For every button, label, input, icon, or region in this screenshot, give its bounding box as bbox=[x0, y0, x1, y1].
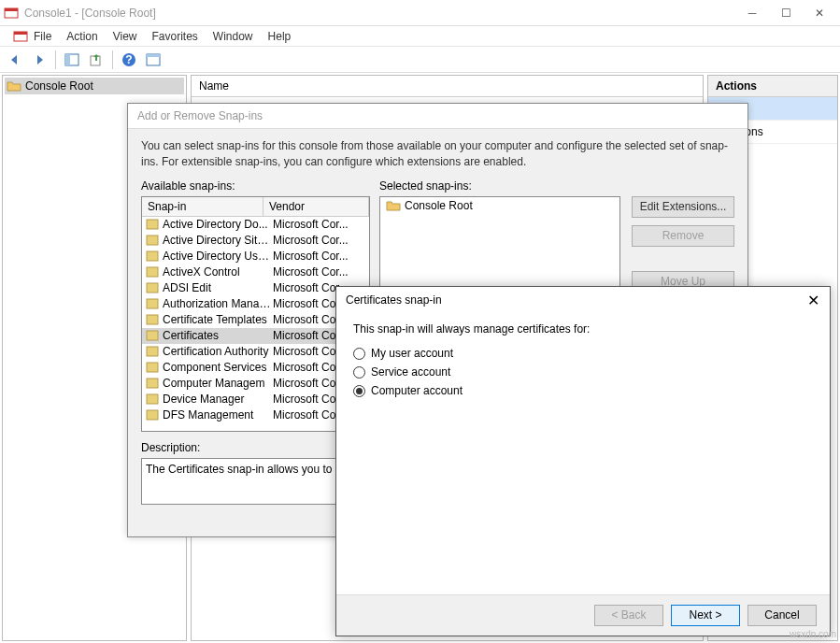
snapin-icon bbox=[146, 265, 161, 279]
svg-rect-22 bbox=[147, 394, 158, 404]
svg-rect-18 bbox=[147, 331, 158, 340]
close-button[interactable]: ✕ bbox=[803, 1, 836, 25]
available-label: Available snap-ins: bbox=[141, 179, 370, 193]
cancel-button[interactable]: Cancel bbox=[747, 605, 817, 626]
actions-title: Actions bbox=[708, 76, 837, 97]
watermark: wsxdn.com bbox=[790, 629, 836, 639]
snapin-icon bbox=[146, 234, 161, 247]
svg-rect-5 bbox=[65, 54, 70, 65]
snapin-name: ActiveX Control bbox=[163, 265, 273, 279]
app-icon bbox=[4, 6, 19, 21]
dialog2-prompt: This snap-in will always manage certific… bbox=[353, 322, 813, 336]
snapin-icon bbox=[146, 345, 161, 358]
selected-root-item[interactable]: Console Root bbox=[380, 197, 619, 214]
snapin-name: Authorization Manager bbox=[163, 297, 273, 310]
dialog1-description: You can select snap-ins for this console… bbox=[141, 138, 734, 170]
folder-icon bbox=[386, 199, 401, 212]
svg-text:?: ? bbox=[125, 53, 132, 66]
svg-rect-20 bbox=[147, 363, 158, 372]
remove-button: Remove bbox=[632, 225, 734, 247]
dialog1-title: Add or Remove Snap-ins bbox=[128, 104, 747, 129]
minimize-button[interactable]: ─ bbox=[735, 1, 769, 25]
svg-rect-11 bbox=[147, 220, 158, 229]
svg-rect-19 bbox=[147, 347, 158, 356]
new-window-button[interactable] bbox=[142, 49, 164, 71]
tree-root-label: Console Root bbox=[25, 79, 93, 93]
snapin-name: Active Directory Do... bbox=[163, 218, 273, 231]
snapin-name: Certificate Templates bbox=[163, 313, 273, 326]
menu-favorites[interactable]: Favorites bbox=[145, 30, 206, 43]
snapin-vendor: Microsoft Cor... bbox=[273, 234, 365, 247]
svg-rect-15 bbox=[147, 283, 158, 293]
col-vendor[interactable]: Vendor bbox=[263, 197, 369, 216]
menu-help[interactable]: Help bbox=[261, 30, 299, 43]
back-button: < Back bbox=[594, 605, 663, 626]
menu-file[interactable]: File bbox=[26, 30, 59, 43]
snapin-icon bbox=[146, 281, 161, 294]
radio-my-user-account[interactable]: My user account bbox=[353, 347, 813, 360]
svg-rect-21 bbox=[147, 379, 158, 388]
snapin-vendor: Microsoft Cor... bbox=[273, 265, 365, 279]
snapin-icon bbox=[146, 297, 161, 310]
radio-icon bbox=[353, 385, 365, 397]
snapin-vendor: Microsoft Cor... bbox=[273, 218, 365, 231]
svg-rect-10 bbox=[147, 54, 160, 57]
snapin-name: Active Directory Site... bbox=[163, 234, 273, 247]
svg-rect-3 bbox=[14, 32, 27, 35]
radio-service-account[interactable]: Service account bbox=[353, 365, 813, 379]
toolbar: ? bbox=[0, 47, 840, 73]
snapin-name: DFS Management bbox=[163, 408, 273, 422]
menu-view[interactable]: View bbox=[106, 30, 145, 43]
snapin-name: Active Directory Use... bbox=[163, 250, 273, 263]
radio-icon bbox=[353, 366, 365, 379]
snapin-row[interactable]: Active Directory Use...Microsoft Cor... bbox=[142, 249, 369, 264]
snapin-name: Computer Managem bbox=[163, 377, 273, 390]
snapin-icon bbox=[146, 313, 161, 326]
maximize-button[interactable]: ☐ bbox=[769, 1, 803, 25]
col-snapin[interactable]: Snap-in bbox=[142, 197, 263, 216]
help-button[interactable]: ? bbox=[118, 49, 140, 71]
export-button[interactable] bbox=[85, 49, 107, 71]
svg-rect-1 bbox=[5, 8, 18, 11]
dialog2-title: Certificates snap-in bbox=[346, 293, 805, 307]
show-tree-button[interactable] bbox=[61, 49, 83, 71]
menu-bar: File Action View Favorites Window Help bbox=[0, 26, 840, 47]
snapin-row[interactable]: ActiveX ControlMicrosoft Cor... bbox=[142, 264, 369, 280]
snapin-vendor: Microsoft Cor... bbox=[273, 250, 365, 263]
snapin-name: Device Manager bbox=[163, 393, 273, 406]
menu-window[interactable]: Window bbox=[206, 30, 261, 43]
snapin-icon bbox=[146, 393, 161, 406]
content-header-name[interactable]: Name bbox=[192, 76, 703, 97]
edit-extensions-button[interactable]: Edit Extensions... bbox=[632, 196, 734, 218]
svg-rect-14 bbox=[147, 267, 158, 277]
forward-button[interactable] bbox=[28, 49, 50, 71]
snapin-icon bbox=[146, 329, 161, 342]
snapin-name: Component Services bbox=[163, 361, 273, 374]
dialog2-close-button[interactable]: ✕ bbox=[805, 293, 820, 307]
console-icon bbox=[6, 29, 21, 44]
folder-icon bbox=[7, 79, 21, 93]
back-button[interactable] bbox=[4, 49, 26, 71]
radio-computer-account[interactable]: Computer account bbox=[353, 384, 813, 397]
menu-action[interactable]: Action bbox=[59, 30, 105, 43]
snapin-icon bbox=[146, 361, 161, 374]
certificates-snapin-dialog: Certificates snap-in ✕ This snap-in will… bbox=[335, 286, 831, 636]
snapin-row[interactable]: Active Directory Do...Microsoft Cor... bbox=[142, 217, 369, 233]
snapin-icon bbox=[146, 218, 161, 231]
svg-rect-13 bbox=[147, 251, 158, 261]
snapin-icon bbox=[146, 250, 161, 263]
window-title: Console1 - [Console Root] bbox=[24, 7, 735, 20]
next-button[interactable]: Next > bbox=[671, 605, 740, 626]
snapin-icon bbox=[146, 408, 161, 422]
svg-rect-12 bbox=[147, 236, 158, 245]
title-bar: Console1 - [Console Root] ─ ☐ ✕ bbox=[0, 0, 840, 26]
snapin-name: ADSI Edit bbox=[163, 281, 273, 294]
svg-rect-16 bbox=[147, 299, 158, 308]
snapin-row[interactable]: Active Directory Site...Microsoft Cor... bbox=[142, 233, 369, 249]
tree-root-item[interactable]: Console Root bbox=[5, 78, 184, 94]
selected-label: Selected snap-ins: bbox=[379, 179, 620, 193]
svg-rect-23 bbox=[147, 410, 158, 420]
snapin-icon bbox=[146, 377, 161, 390]
snapin-name: Certificates bbox=[163, 329, 273, 342]
radio-icon bbox=[353, 348, 365, 360]
